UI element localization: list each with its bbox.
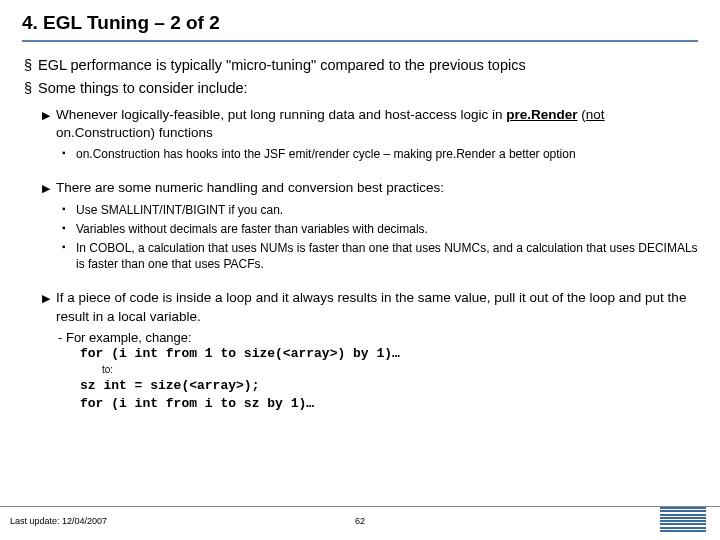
bullet-text: on.Construction has hooks into the JSF e…: [76, 146, 576, 162]
bullet-level2: ▶ Whenever logically-feasible, put long …: [42, 106, 698, 142]
square-bullet-icon: §: [24, 56, 38, 75]
code-note-to: to:: [102, 364, 698, 375]
square-bullet-icon: ▪: [62, 240, 76, 272]
bullet-text: Variables without decimals are faster th…: [76, 221, 428, 237]
example-label: - For example, change:: [58, 330, 698, 345]
bullet-text: EGL performance is typically "micro-tuni…: [38, 56, 526, 75]
bullet-level2: ▶ There are some numeric handling and co…: [42, 179, 698, 197]
bullet-text: In COBOL, a calculation that uses NUMs i…: [76, 240, 698, 272]
bullet-text: If a piece of code is inside a loop and …: [56, 289, 698, 325]
bullet-level1: § Some things to consider include:: [24, 79, 698, 98]
slide-footer: Last update: 12/04/2007 62: [0, 506, 720, 534]
bullet-level3: ▪ on.Construction has hooks into the JSF…: [62, 146, 698, 162]
square-bullet-icon: ▪: [62, 221, 76, 237]
bullet-text: Use SMALLINT/INT/BIGINT if you can.: [76, 202, 283, 218]
code-line: for (i int from 1 to size(<array>) by 1)…: [80, 345, 698, 363]
bullet-text: Some things to consider include:: [38, 79, 248, 98]
bullet-level3: ▪ In COBOL, a calculation that uses NUMs…: [62, 240, 698, 272]
arrow-bullet-icon: ▶: [42, 179, 56, 197]
bullet-level1: § EGL performance is typically "micro-tu…: [24, 56, 698, 75]
code-line: for (i int from i to sz by 1)…: [80, 395, 698, 413]
page-number: 62: [355, 516, 365, 526]
arrow-bullet-icon: ▶: [42, 106, 56, 142]
bullet-level3: ▪ Variables without decimals are faster …: [62, 221, 698, 237]
ibm-logo-icon: [660, 507, 706, 532]
square-bullet-icon: ▪: [62, 146, 76, 162]
arrow-bullet-icon: ▶: [42, 289, 56, 325]
square-bullet-icon: §: [24, 79, 38, 98]
bullet-level3: ▪ Use SMALLINT/INT/BIGINT if you can.: [62, 202, 698, 218]
last-update-label: Last update: 12/04/2007: [0, 516, 107, 526]
code-line: sz int = size(<array>);: [80, 377, 698, 395]
bullet-text: There are some numeric handling and conv…: [56, 179, 444, 197]
emphasis-prerender: pre.Render: [506, 107, 577, 122]
square-bullet-icon: ▪: [62, 202, 76, 218]
slide-title: 4. EGL Tuning – 2 of 2: [22, 12, 698, 42]
bullet-level2: ▶ If a piece of code is inside a loop an…: [42, 289, 698, 325]
emphasis-not: not: [586, 107, 605, 122]
bullet-text: Whenever logically-feasible, put long ru…: [56, 106, 698, 142]
